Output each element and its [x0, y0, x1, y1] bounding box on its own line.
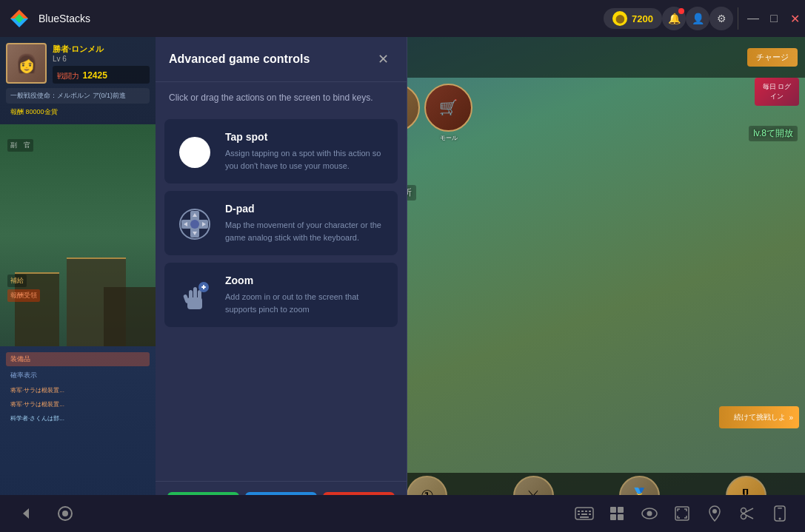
player-info: 勝者·ロンメル Lv 6 戦闘力 12425 — [53, 44, 150, 84]
advanced-controls-modal: Advanced game controls ✕ Click or drag t… — [156, 37, 407, 532]
account-avatar[interactable]: 👤 — [686, 7, 709, 30]
settings-icon[interactable]: ⚙ — [709, 7, 733, 30]
svg-rect-47 — [778, 508, 782, 509]
svg-line-44 — [746, 515, 753, 519]
svg-rect-30 — [581, 514, 587, 515]
home-button[interactable] — [53, 502, 77, 525]
player-card: 👩 勝者·ロンメル Lv 6 戦闘力 12425 — [6, 43, 150, 84]
svg-rect-28 — [589, 511, 591, 512]
player-name: 勝者·ロンメル — [53, 44, 150, 55]
modal-close-button[interactable]: ✕ — [373, 49, 393, 70]
tap-spot-text: Tap spot Assign tapping on a spot with t… — [225, 131, 386, 172]
icon-mall-label: モール — [440, 134, 458, 142]
power-value: 12425 — [82, 70, 107, 81]
notification-bell[interactable]: 🔔 — [662, 7, 686, 30]
dpad-desc: Map the movement of your character or th… — [225, 219, 386, 243]
system-left-controls — [15, 502, 77, 525]
svg-marker-21 — [23, 508, 29, 519]
eye-icon[interactable] — [639, 503, 660, 524]
dpad-icon — [176, 206, 213, 243]
phone-icon[interactable] — [769, 503, 790, 524]
continue-arrow-icon: » — [789, 414, 793, 422]
system-taskbar — [0, 495, 805, 532]
coin-icon: ⬤ — [612, 11, 627, 26]
continue-challenge-button[interactable]: 続けて挑戦しよ » — [719, 406, 799, 428]
sidebar-bottom: 装備品 確率表示 将军·サラは棍装置... 将军·サラは棍装置... 科学者·さ… — [0, 346, 156, 430]
svg-point-23 — [62, 511, 68, 516]
power-label: 戦闘力 — [57, 72, 79, 80]
close-window-button[interactable]: ✕ — [784, 8, 805, 29]
game-sidebar: 👩 勝者·ロンメル Lv 6 戦闘力 12425 一般戦役使命：メルボルン ア(… — [0, 37, 156, 532]
modal-header: Advanced game controls ✕ — [156, 37, 407, 82]
zoom-name: Zoom — [225, 275, 386, 286]
quest-reward: 報酬 80000金貨 — [6, 106, 150, 118]
icon-mall[interactable]: 🛒 モール — [424, 84, 472, 132]
svg-rect-32 — [580, 516, 589, 518]
zoom-text: Zoom Add zoom in or out to the screen th… — [225, 275, 386, 315]
player-avatar[interactable]: 👩 — [6, 43, 47, 84]
svg-point-46 — [779, 518, 781, 520]
control-item-zoom[interactable]: Zoom Add zoom in or out to the screen th… — [164, 263, 398, 327]
coin-display: ⬤ 7200 — [604, 8, 662, 29]
titlebar: BlueStacks ⬤ 7200 🔔 👤 ⚙ — □ ✕ — [0, 0, 805, 37]
scissors-icon[interactable] — [737, 503, 758, 524]
player-level: Lv 6 — [53, 55, 150, 63]
daily-login-label: 毎日 ログイン — [761, 82, 793, 101]
equipment-tag[interactable]: 装備品 — [6, 352, 150, 366]
expand-icon[interactable] — [672, 503, 692, 524]
svg-rect-20 — [203, 285, 204, 289]
svg-rect-29 — [578, 514, 580, 515]
svg-point-8 — [190, 220, 199, 229]
notification-text3: 科学者·さくんは部... — [6, 413, 150, 424]
keyboard-icon[interactable] — [574, 503, 595, 524]
dpad-name: D-pad — [225, 203, 386, 215]
capture-tag[interactable]: 確率表示 — [6, 369, 150, 382]
tap-spot-name: Tap spot — [225, 131, 386, 143]
svg-rect-31 — [589, 514, 591, 515]
tap-spot-desc: Assign tapping on a spot with this actio… — [225, 147, 386, 172]
svg-line-43 — [746, 508, 753, 512]
daily-login-button[interactable]: 毎日 ログイン — [755, 78, 799, 106]
modal-title: Advanced game controls — [169, 53, 310, 66]
svg-rect-25 — [578, 511, 580, 512]
system-right-controls — [574, 503, 790, 524]
svg-point-41 — [741, 508, 746, 514]
modal-body: Tap spot Assign tapping on a spot with t… — [156, 113, 407, 481]
svg-rect-34 — [618, 507, 624, 513]
svg-rect-26 — [581, 511, 584, 512]
minimize-button[interactable]: — — [743, 8, 764, 29]
control-item-dpad[interactable]: D-pad Map the movement of your character… — [164, 191, 398, 255]
svg-rect-14 — [189, 290, 193, 302]
player-panel: 👩 勝者·ロンメル Lv 6 戦闘力 12425 一般戦役使命：メルボルン ア(… — [0, 37, 156, 124]
continue-label: 続けて挑戦しよ — [734, 412, 786, 422]
location-icon[interactable] — [704, 503, 725, 524]
svg-rect-16 — [198, 290, 201, 302]
control-item-tap[interactable]: Tap spot Assign tapping on a spot with t… — [164, 119, 398, 183]
maximize-button[interactable]: □ — [764, 8, 784, 29]
svg-rect-35 — [610, 514, 616, 520]
sidebar-city-scene: 副 官 補給 報酬受領 — [0, 124, 156, 346]
city-label-lv-unlock: lv.8て開放 — [749, 126, 798, 141]
svg-rect-36 — [618, 514, 624, 520]
svg-point-38 — [647, 511, 652, 516]
tap-spot-icon — [176, 134, 213, 171]
app-title: BlueStacks — [39, 13, 90, 24]
zoom-desc: Add zoom in or out to the screen that su… — [225, 291, 386, 315]
svg-rect-15 — [193, 287, 197, 300]
quest-item[interactable]: 一般戦役使命：メルボルン ア(0/1)前進 — [6, 88, 150, 104]
modal-subtitle: Click or drag the actions on the screen … — [156, 82, 407, 113]
tap-circle-icon — [179, 137, 210, 168]
zoom-icon — [176, 277, 213, 314]
svg-point-42 — [741, 514, 746, 519]
notification-text2: 将军·サラは棍装置... — [6, 399, 150, 410]
coin-amount: 7200 — [632, 13, 653, 24]
svg-rect-33 — [610, 507, 616, 513]
dpad-text: D-pad Map the movement of your character… — [225, 203, 386, 243]
svg-point-40 — [712, 509, 717, 514]
charge-button[interactable]: チャージ — [747, 48, 798, 67]
svg-rect-27 — [585, 511, 587, 512]
back-button[interactable] — [15, 502, 39, 525]
grid-icon[interactable] — [607, 503, 627, 524]
power-bar: 戦闘力 12425 — [53, 66, 150, 84]
bluestacks-logo — [6, 5, 33, 32]
